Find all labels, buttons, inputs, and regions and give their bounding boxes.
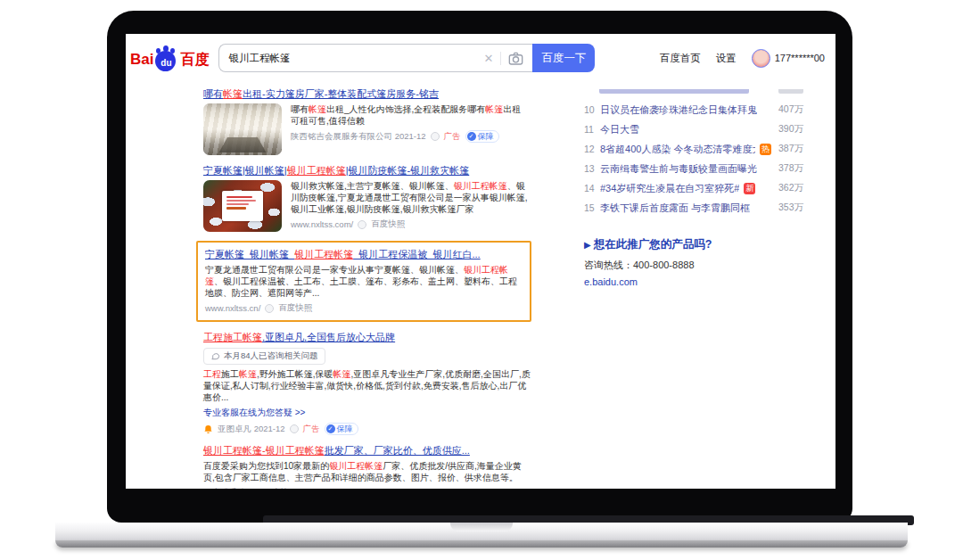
cta-link[interactable]: 专业客服在线为您答疑 >> [203,407,531,419]
result-meta: 陕西铭吉会展服务有限公司 2021-12广告✓保障 [291,130,531,143]
baidu-logo[interactable]: Bai du 百度 [130,45,209,71]
text-segment: 百度爱采购为您找到10家最新的 [203,461,329,471]
hot-title: 8省超400人感染 今冬动态清零难度大 [600,143,755,156]
settings-link[interactable]: 设置 [716,52,737,65]
result-thumbnail[interactable] [203,103,282,155]
text-segment: 宁夏帐篷|银川帐篷| [203,165,287,176]
hot-list: 10日议员在偷袭珍珠港纪念日集体拜鬼407万11今日大雪390万128省超400… [584,100,803,218]
search-bar: ✕ 百度一下 [218,44,595,72]
clipped-value-text [778,89,803,94]
hot-search-item[interactable]: 14#34岁研究生凌晨在自习室猝死#新362万 [584,178,803,198]
text-segment: ,野外施工帐篷,保暖 [257,369,333,379]
consult-chip[interactable]: 本月84人已咨询相关问题 [203,348,325,365]
bell-icon [203,424,213,434]
laptop-lid-notch [450,523,513,531]
text-segment: 批发厂家、厂家比价、优质供应... [325,445,470,456]
result-title-link[interactable]: 宁夏帐篷|银川帐篷|银川工程帐篷|银川防疫帐篷-银川救灾帐篷 [203,164,531,177]
laptop-base-edge [55,540,908,548]
consult-text: 本月84人已咨询相关问题 [224,350,318,362]
result-meta: www.nxltss.cn/百度快照 [205,302,523,314]
guarantee-label: 保障 [478,131,494,143]
text-segment: 帐篷 [333,369,351,379]
circle-icon [431,132,440,141]
hot-search-item-clipped[interactable] [584,89,803,96]
hot-search-item[interactable]: 11今日大雪390万 [584,119,803,139]
text-segment: 哪有 [291,104,309,114]
result-description: 银川救灾帐篷,主营宁夏帐篷、银川帐篷、银川工程帐篷、银川防疫帐篷,宁夏龙通晟世工… [291,180,531,215]
text-segment: 帐篷 [309,104,326,114]
search-result: 工程施工帐篷,亚图卓凡,全国售后放心大品牌本月84人已咨询相关问题工程施工帐篷,… [203,331,531,435]
text-segment: 帐篷 [239,369,257,379]
search-input[interactable] [228,53,483,63]
result-text: 哪有帐篷出租_人性化内饰选择,全程装配服务哪有帐篷出租 可租可售,值得信赖陕西铭… [291,103,531,155]
hot-value: 407万 [771,103,803,116]
ad-label: 广告 [444,131,461,143]
baidu-home-link[interactable]: 百度首页 [660,52,701,65]
hot-badge-new: 新 [744,183,755,194]
serp-content: 哪有帐篷出租-实力篷房厂家-整体装配式篷房服务-铭吉哪有帐篷出租_人性化内饰选择… [126,77,835,489]
promo-block: ▶ 想在此推广您的产品吗? 咨询热线：400-800-8888 e.baidu.… [584,237,803,287]
browser-screen: Bai du 百度 ✕ [126,34,835,489]
hot-value: 378万 [771,162,803,175]
result-title-link[interactable]: 哪有帐篷出租-实力篷房厂家-整体装配式篷房服务-铭吉 [203,87,531,101]
circle-icon [265,304,274,313]
promo-title-link[interactable]: ▶ 想在此推广您的产品吗? [584,237,803,252]
text-segment: 银川工程帐篷-银川工程帐篷 [203,445,325,456]
text-segment: 工程 [203,369,221,379]
hot-title: 日议员在偷袭珍珠港纪念日集体拜鬼 [600,103,757,117]
account[interactable]: 177******00 [752,49,825,68]
text-segment: 银川工程帐篷 [329,461,383,471]
thumb-overlay-card [222,191,263,221]
result-source: 陕西铭吉会展服务有限公司 2021-12 [291,131,426,143]
search-box[interactable]: ✕ [218,44,532,72]
result-title-link[interactable]: 银川工程帐篷-银川工程帐篷批发厂家、厂家比价、优质供应... [203,444,531,457]
circle-icon [251,489,259,490]
promo-url-link[interactable]: e.baidu.com [584,276,803,287]
result-source: www.nxltss.com/ [291,219,353,229]
hot-search-item[interactable]: 128省超400人感染 今冬动态清零难度大热387万 [584,139,803,159]
card-text-line [226,203,249,205]
hot-title: 云南缉毒警生前与毒贩较量画面曝光 [600,162,757,176]
text-segment: 银川工程帐篷 [287,165,346,176]
hot-title: #34岁研究生凌晨在自习室猝死# [600,182,739,195]
hot-search-item[interactable]: 13云南缉毒警生前与毒贩较量画面曝光378万 [584,159,803,178]
chat-icon [210,351,220,361]
highlight-box: 宁夏帐篷_银川帐篷_银川工程帐篷_银川工程保温被_银川红白...宁夏龙通晟世工贸… [196,241,531,322]
search-button[interactable]: 百度一下 [532,44,595,72]
account-phone: 177******00 [775,53,825,63]
hot-rank: 12 [584,144,600,154]
hot-search-item[interactable]: 10日议员在偷袭珍珠港纪念日集体拜鬼407万 [584,100,803,119]
page: Bai du 百度 ✕ [0,0,963,560]
result-description: 百度爱采购为您找到10家最新的银川工程帐篷厂家、优质批发/供应商,海量企业黄页,… [203,460,531,483]
logo-text-cn: 百度 [180,48,209,71]
text-segment: _银川工程保温被_银川红白... [353,249,480,259]
result-body: 银川救灾帐篷,主营宁夏帐篷、银川帐篷、银川工程帐篷、银川防疫帐篷,宁夏龙通晟世工… [203,180,531,232]
snapshot-link[interactable]: 百度快照 [278,302,312,314]
card-text-line [226,200,256,202]
hot-value: 390万 [771,123,803,136]
guarantee-label: 保障 [337,424,353,435]
hot-rank: 15 [584,202,600,213]
result-title-link[interactable]: 宁夏帐篷_银川帐篷_银川工程帐篷_银川工程保温被_银川红白... [205,248,523,261]
snapshot-link[interactable]: 百度快照 [264,487,298,489]
right-panel: 10日议员在偷袭珍珠港纪念日集体拜鬼407万11今日大雪390万128省超400… [584,87,803,489]
ad-label: 广告 [303,424,320,435]
logo-text-du: du [154,58,177,68]
promo-hotline: 咨询热线：400-800-8888 [584,259,803,272]
text-segment: 出租-实力篷房厂家-整体装配式篷房服务-铭吉 [243,88,439,99]
result-thumbnail[interactable] [203,180,282,232]
avatar[interactable] [752,49,770,68]
search-result: 宁夏帐篷|银川帐篷|银川工程帐篷|银川防疫帐篷-银川救灾帐篷银川救灾帐篷,主营宁… [203,164,531,232]
circle-icon [358,220,366,229]
hot-search-item[interactable]: 15李铁下课后首度露面 与李霄鹏同框353万 [584,198,803,218]
camera-icon[interactable] [508,52,523,65]
clear-icon[interactable]: ✕ [484,52,494,65]
promo-title-text: 想在此推广您的产品吗? [594,237,712,252]
result-meta: www.nxltss.com/百度快照 [291,218,531,230]
hot-rank: 14 [584,183,600,194]
text-segment: 银川救灾帐篷,主营宁夏帐篷、银川帐篷、 [291,181,454,191]
text-segment: 帐篷 [223,88,243,99]
snapshot-link[interactable]: 百度快照 [371,218,405,230]
result-title-link[interactable]: 工程施工帐篷,亚图卓凡,全国售后放心大品牌 [203,331,531,344]
text-segment: |银川防疫帐篷-银川救灾帐篷 [346,165,470,176]
